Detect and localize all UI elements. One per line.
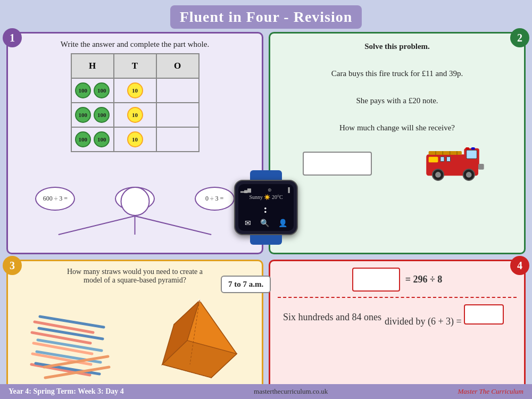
quadrant-2: 2 Solve this problem. Cara buys this fir… [269,32,526,254]
q4-text-1: Six hundreds and 84 ones [283,309,381,326]
col-header-o: O [156,54,199,78]
watch-time: : [240,202,292,216]
watch-screen: ▂▄▆ ⊛ ▌ Sunny ☀️ 20°C : ✉ 🔍 👤 [238,184,294,231]
smart-watch: ▂▄▆ ⊛ ▌ Sunny ☀️ 20°C : ✉ 🔍 👤 [234,170,298,245]
part-whole-lines [15,187,254,245]
cell-o1 [156,78,199,103]
counter-100: 100 [75,107,91,123]
cell-t2: 10 [114,103,156,127]
watch-wifi: ⊛ [268,187,272,193]
cell-h2: 100 100 [71,103,114,127]
footer-brand: Master The Curriculum [458,387,524,396]
svg-rect-16 [440,156,444,161]
svg-point-12 [435,172,441,178]
counter-100: 100 [75,131,91,147]
q3-text: How many straws would you need to create… [15,268,254,285]
svg-rect-18 [478,164,484,170]
q1-instruction: Write the answer and complete the part w… [15,40,254,49]
watch-person-icon[interactable]: 👤 [278,219,287,228]
pyramid-image [158,290,240,388]
q4-top: = 296 ÷ 8 [278,268,517,292]
cell-t1: 10 [114,78,156,103]
footer-year-info: Year 4: Spring Term: Week 3: Day 4 [9,387,124,396]
table-row: 100 100 10 [71,127,199,152]
counter-100: 100 [94,82,110,98]
watch-signal: ▂▄▆ [240,187,251,193]
watch-caption: 7 to 7 a.m. [221,276,271,293]
svg-rect-20 [471,147,475,149]
table-row: 100 100 10 [71,103,199,127]
cell-t3: 10 [114,127,156,152]
q2-line3: She pays with a £20 note. [278,94,517,108]
fire-truck-image [422,143,492,185]
place-value-table: H T O 100 100 10 [71,53,200,152]
col-header-h: H [71,54,114,78]
counter-100: 100 [75,82,91,98]
watch-weather: Sunny ☀️ 20°C [240,194,292,200]
svg-rect-5 [467,150,477,159]
watch-search-icon[interactable]: 🔍 [260,219,269,228]
counter-100: 100 [94,131,110,147]
svg-rect-17 [446,156,450,161]
q4-answer-box-1[interactable] [352,268,400,292]
watch-body: ▂▄▆ ⊛ ▌ Sunny ☀️ 20°C : ✉ 🔍 👤 [234,180,298,235]
q4-text-2: divided by (6 + 3) = [385,304,504,330]
watch-strap-top [250,170,282,180]
svg-line-0 [59,216,135,235]
counter-10: 10 [127,107,143,123]
part-whole-model: 600 ÷ 3 = 30 ÷ 3 = 0 ÷ 3 = [15,187,254,245]
q2-text: Solve this problem. Cara buys this fire … [278,40,517,135]
q2-bottom [278,143,517,185]
col-header-t: T [114,54,156,78]
cell-h1: 100 100 [71,78,114,103]
svg-rect-15 [428,156,438,162]
svg-rect-19 [466,147,469,149]
cell-o2 [156,103,199,127]
quadrant-4: 4 = 296 ÷ 8 Six hundreds and 84 ones div… [269,260,526,399]
table-row: 100 100 10 [71,78,199,103]
straws-image [29,290,130,388]
counter-100: 100 [94,107,110,123]
counter-10: 10 [127,82,143,98]
watch-strap-bottom [250,235,282,245]
q2-line4: How much change will she receive? [278,121,517,135]
q2-answer-box[interactable] [303,152,372,176]
watch-status-bar: ▂▄▆ ⊛ ▌ [240,187,292,193]
page-title: Fluent in Four - Revision [179,9,353,26]
q4-equation-1: = 296 ÷ 8 [405,274,443,285]
badge-4: 4 [510,256,529,275]
q2-line1: Solve this problem. [278,40,517,54]
cell-h3: 100 100 [71,127,114,152]
counter-10: 10 [127,131,143,147]
watch-app-icons: ✉ 🔍 👤 [240,219,292,228]
watch-mail-icon[interactable]: ✉ [245,219,251,228]
footer-website: masterthecurriculum.co.uk [254,387,328,396]
q3-content [15,290,254,388]
badge-2: 2 [510,28,529,47]
q4-bottom-text: Six hundreds and 84 ones divided by (6 +… [283,304,511,330]
footer: Year 4: Spring Term: Week 3: Day 4 maste… [0,384,532,399]
q4-bottom-section: Six hundreds and 84 ones divided by (6 +… [278,304,517,330]
cell-o3 [156,127,199,152]
svg-point-14 [466,172,472,178]
q4-answer-box-2[interactable] [464,304,504,325]
q2-line2: Cara buys this fire truck for £11 and 39… [278,67,517,81]
quadrant-1: 1 Write the answer and complete the part… [6,32,263,254]
q4-divider [278,297,517,298]
badge-3: 3 [3,256,22,275]
svg-line-2 [135,216,212,235]
watch-battery: ▌ [288,187,292,193]
badge-1: 1 [3,28,22,47]
title-bar: Fluent in Four - Revision [170,5,362,29]
